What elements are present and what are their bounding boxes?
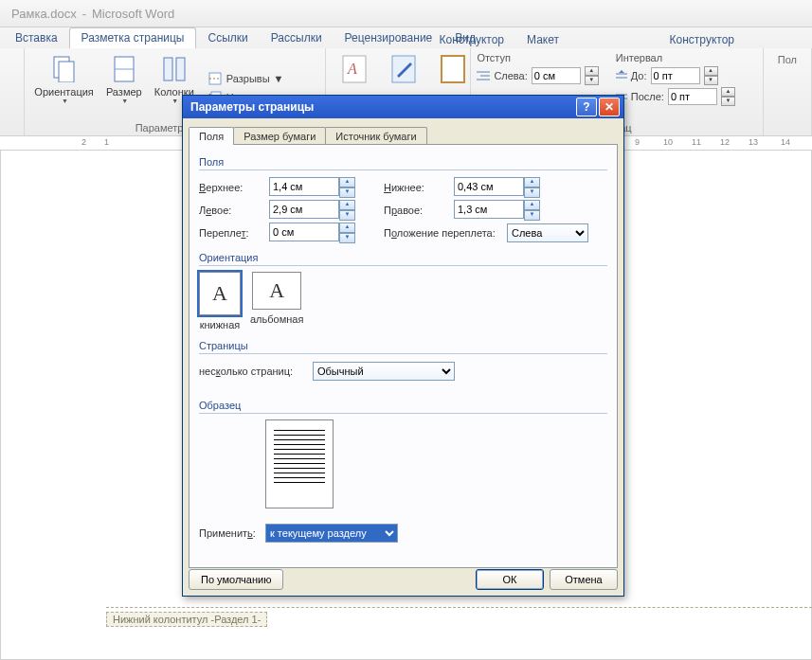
watermark-button[interactable]: A bbox=[332, 52, 377, 88]
spin-up[interactable]: ▲ bbox=[585, 66, 599, 76]
spin-down[interactable]: ▼ bbox=[339, 210, 355, 221]
spin-down[interactable]: ▼ bbox=[524, 210, 540, 221]
spin-up[interactable]: ▲ bbox=[524, 200, 540, 210]
spacing-after-input[interactable] bbox=[668, 88, 717, 105]
portrait-icon: A bbox=[199, 272, 241, 315]
spin-up[interactable]: ▲ bbox=[704, 66, 718, 76]
ok-button[interactable]: ОК bbox=[476, 569, 544, 590]
input-gutter[interactable] bbox=[269, 223, 339, 241]
tab-references[interactable]: Ссылки bbox=[196, 28, 259, 48]
select-apply[interactable]: к текущему разделу bbox=[265, 524, 398, 543]
input-right[interactable] bbox=[454, 200, 524, 219]
doc-title: Рамка.docx bbox=[11, 7, 77, 21]
input-left[interactable] bbox=[269, 200, 339, 219]
chevron-down-icon: ▼ bbox=[121, 98, 128, 104]
lbl-top: Верхнее: bbox=[199, 182, 269, 193]
indent-label: Отступ bbox=[477, 52, 598, 63]
input-top[interactable] bbox=[269, 177, 339, 196]
fs-preview: Образец bbox=[199, 400, 607, 411]
fs-pages: Страницы bbox=[199, 340, 607, 351]
dialog-tab-margins[interactable]: Поля bbox=[189, 127, 234, 145]
dialog-title-bar[interactable]: Параметры страницы ? ✕ bbox=[183, 96, 623, 118]
page-color-button[interactable] bbox=[381, 52, 426, 88]
spin-up[interactable]: ▲ bbox=[339, 223, 355, 233]
spin-down[interactable]: ▼ bbox=[524, 187, 540, 198]
lbl-multi: несколько страниц: bbox=[199, 366, 313, 377]
orientation-icon bbox=[49, 54, 80, 84]
window-title-bar: Рамка.docx - Microsoft Word bbox=[0, 0, 812, 27]
dialog-panel: Поля Верхнее: ▲▼ Нижнее: ▲▼ Левое: ▲▼ Пр… bbox=[189, 144, 618, 568]
dialog-tabs: Поля Размер бумаги Источник бумаги bbox=[183, 120, 623, 144]
tab-insert[interactable]: Вставка bbox=[4, 28, 69, 48]
spacing-before-icon bbox=[616, 70, 627, 81]
spin-up[interactable]: ▲ bbox=[721, 87, 735, 97]
svg-rect-4 bbox=[164, 58, 172, 80]
page-size-icon bbox=[109, 54, 139, 84]
chevron-down-icon: ▼ bbox=[274, 73, 284, 84]
select-multi[interactable]: Обычный bbox=[313, 362, 455, 381]
chevron-down-icon: ▼ bbox=[171, 98, 178, 104]
title-sep: - bbox=[82, 7, 86, 21]
default-button[interactable]: По умолчанию bbox=[189, 569, 283, 590]
page-setup-dialog: Параметры страницы ? ✕ Поля Размер бумаг… bbox=[182, 95, 624, 597]
page-color-icon bbox=[388, 54, 419, 84]
tab-table-design[interactable]: Конструктор bbox=[428, 30, 515, 50]
svg-rect-5 bbox=[176, 58, 185, 80]
dialog-tab-paper[interactable]: Размер бумаги bbox=[233, 127, 326, 145]
dialog-help-button[interactable]: ? bbox=[576, 98, 597, 116]
spacing-before-input[interactable] bbox=[651, 67, 700, 84]
lbl-right: Правое: bbox=[384, 205, 454, 216]
indent-left-label: Слева: bbox=[494, 70, 527, 81]
columns-icon bbox=[159, 54, 189, 84]
tab-mailings[interactable]: Рассылки bbox=[260, 28, 334, 48]
dialog-tab-source[interactable]: Источник бумаги bbox=[325, 127, 426, 145]
breaks-icon bbox=[208, 71, 223, 86]
spin-down[interactable]: ▼ bbox=[339, 187, 355, 198]
lbl-apply: Применить: bbox=[199, 527, 265, 539]
spacing-label: Интервал bbox=[616, 52, 735, 63]
footer-tag: Нижний колонтитул -Раздел 1- bbox=[106, 612, 267, 627]
size-button[interactable]: Размер▼ bbox=[101, 52, 147, 106]
spacing-after-label: После: bbox=[631, 91, 664, 102]
select-gutter-pos[interactable]: Слева bbox=[507, 223, 588, 242]
dialog-close-button[interactable]: ✕ bbox=[599, 98, 620, 116]
preview-page bbox=[265, 419, 334, 508]
cancel-button[interactable]: Отмена bbox=[550, 569, 618, 590]
landscape-icon: A bbox=[252, 272, 301, 310]
breaks-button[interactable]: Разрывы▼ bbox=[206, 70, 310, 87]
chevron-down-icon: ▼ bbox=[62, 98, 68, 104]
spin-up[interactable]: ▲ bbox=[339, 177, 355, 187]
svg-rect-1 bbox=[59, 62, 74, 82]
app-title: Microsoft Word bbox=[92, 7, 174, 21]
spin-down[interactable]: ▼ bbox=[704, 76, 718, 85]
lbl-gutter-pos: Положение переплета: bbox=[384, 227, 507, 239]
svg-text:A: A bbox=[347, 61, 357, 77]
spin-up[interactable]: ▲ bbox=[524, 177, 540, 187]
watermark-icon: A bbox=[339, 54, 370, 84]
page-borders-button[interactable] bbox=[430, 52, 476, 88]
lbl-gutter: Переплет: bbox=[199, 227, 269, 239]
orientation-portrait[interactable]: A книжная bbox=[199, 272, 241, 330]
dialog-buttons: По умолчанию ОК Отмена bbox=[189, 569, 618, 590]
tab-header-design[interactable]: Конструктор bbox=[659, 30, 746, 50]
svg-rect-15 bbox=[442, 56, 464, 82]
spacing-before-label: До: bbox=[631, 70, 647, 81]
ribbon-tabs: Вставка Разметка страницы Ссылки Рассылк… bbox=[0, 27, 812, 48]
spin-down[interactable]: ▼ bbox=[585, 76, 599, 85]
lbl-left: Левое: bbox=[199, 205, 269, 216]
fs-orientation: Ориентация bbox=[199, 252, 607, 263]
tab-page-layout[interactable]: Разметка страницы bbox=[69, 27, 197, 48]
orientation-button[interactable]: Ориентация▼ bbox=[30, 52, 97, 106]
dialog-title: Параметры страницы bbox=[190, 100, 314, 114]
tab-table-layout[interactable]: Макет bbox=[515, 30, 570, 50]
spin-up[interactable]: ▲ bbox=[339, 200, 355, 210]
input-bottom[interactable] bbox=[454, 177, 524, 196]
indent-left-input[interactable] bbox=[532, 67, 581, 84]
svg-marker-21 bbox=[619, 70, 624, 73]
orientation-landscape[interactable]: A альбомная bbox=[250, 272, 303, 330]
indent-left-icon bbox=[477, 70, 490, 81]
page-borders-icon bbox=[438, 54, 468, 84]
lbl-bottom: Нижнее: bbox=[384, 182, 454, 193]
spin-down[interactable]: ▼ bbox=[339, 233, 355, 243]
spin-down[interactable]: ▼ bbox=[721, 97, 735, 106]
